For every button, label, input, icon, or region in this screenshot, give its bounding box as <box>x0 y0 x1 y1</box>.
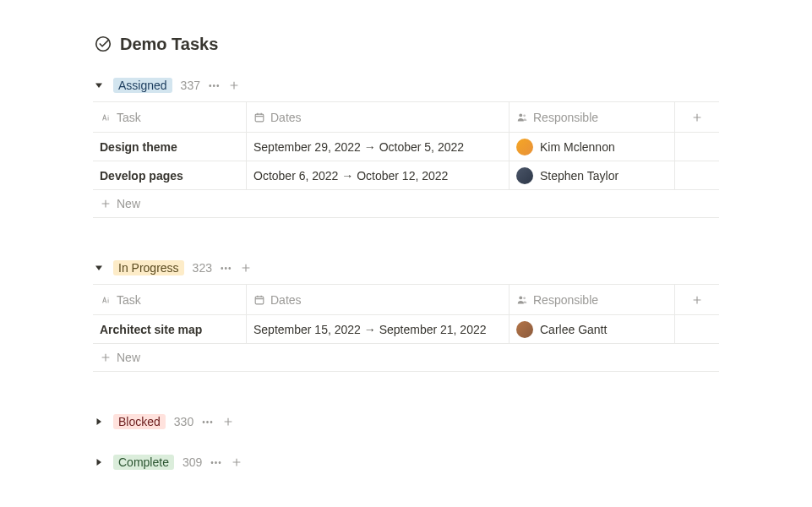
svg-point-5 <box>519 296 522 299</box>
group-header: Assigned337••• <box>93 78 719 93</box>
more-icon[interactable]: ••• <box>209 81 221 90</box>
group: In Progress323•••TaskDatesResponsibleArc… <box>93 260 719 372</box>
plus-icon <box>691 294 703 306</box>
group-count: 330 <box>174 415 193 428</box>
column-header-dates[interactable]: Dates <box>246 285 509 314</box>
more-icon[interactable]: ••• <box>221 264 232 273</box>
group-label[interactable]: In Progress <box>113 260 184 275</box>
responsible-name: Stephen Taylor <box>540 169 619 183</box>
responsible-name: Carlee Gantt <box>540 323 607 336</box>
table: TaskDatesResponsibleDesign themeSeptembe… <box>93 101 719 218</box>
cell-extra <box>674 315 719 343</box>
add-row-icon[interactable] <box>222 416 234 428</box>
column-header-responsible[interactable]: Responsible <box>509 102 674 132</box>
cell-extra <box>674 161 719 189</box>
svg-point-3 <box>523 114 526 117</box>
more-icon[interactable]: ••• <box>202 417 214 427</box>
more-icon[interactable]: ••• <box>210 458 222 467</box>
cell-dates[interactable]: September 15, 2022 → September 21, 2022 <box>246 315 509 343</box>
group-count: 337 <box>181 79 200 92</box>
group-header: Blocked330••• <box>93 414 234 429</box>
add-column-button[interactable] <box>674 285 719 314</box>
column-header-task[interactable]: Task <box>93 293 246 307</box>
new-row-button[interactable]: New <box>93 190 719 218</box>
avatar <box>516 321 533 338</box>
cell-task[interactable]: Develop pages <box>93 161 246 189</box>
new-row-label: New <box>117 351 140 364</box>
cell-responsible[interactable]: Kim Mclennon <box>509 133 674 161</box>
avatar <box>516 167 533 184</box>
svg-point-2 <box>519 113 522 117</box>
group-header: In Progress323••• <box>93 260 719 275</box>
group: Blocked330••• <box>93 414 719 429</box>
person-icon <box>516 294 528 306</box>
svg-point-6 <box>523 297 526 299</box>
group: Assigned337•••TaskDatesResponsibleDesign… <box>93 78 719 218</box>
group-label[interactable]: Blocked <box>113 414 166 429</box>
text-type-icon <box>100 294 112 306</box>
table-row[interactable]: Architect site mapSeptember 15, 2022 → S… <box>93 315 719 344</box>
table-header: TaskDatesResponsible <box>93 102 719 133</box>
table: TaskDatesResponsibleArchitect site mapSe… <box>93 284 719 372</box>
new-row-button[interactable]: New <box>93 344 719 372</box>
table-row[interactable]: Develop pagesOctober 6, 2022 → October 1… <box>93 161 719 190</box>
cell-dates[interactable]: October 6, 2022 → October 12, 2022 <box>246 161 509 189</box>
group-label[interactable]: Complete <box>113 455 174 470</box>
page-icon <box>93 34 113 54</box>
cell-responsible[interactable]: Stephen Taylor <box>509 161 674 189</box>
group-toggle[interactable] <box>93 262 105 274</box>
plus-icon <box>100 198 112 210</box>
group-count: 323 <box>193 261 212 275</box>
group-toggle[interactable] <box>93 79 105 91</box>
group-label[interactable]: Assigned <box>113 78 172 93</box>
responsible-name: Kim Mclennon <box>540 140 615 154</box>
table-header: TaskDatesResponsible <box>93 285 719 315</box>
column-header-task[interactable]: Task <box>93 111 246 124</box>
column-header-label: Task <box>117 111 141 124</box>
calendar-icon <box>253 294 265 306</box>
column-header-label: Responsible <box>533 293 598 307</box>
cell-dates[interactable]: September 29, 2022 → October 5, 2022 <box>246 133 509 161</box>
add-column-button[interactable] <box>674 102 719 132</box>
group-count: 309 <box>183 455 202 469</box>
add-row-icon[interactable] <box>231 456 243 468</box>
plus-icon <box>691 112 703 123</box>
svg-rect-1 <box>255 114 264 122</box>
avatar <box>516 139 533 155</box>
table-row[interactable]: Design themeSeptember 29, 2022 → October… <box>93 133 719 161</box>
person-icon <box>516 112 528 123</box>
text-type-icon <box>100 112 112 123</box>
group-toggle[interactable] <box>93 456 105 468</box>
cell-task[interactable]: Design theme <box>93 133 246 161</box>
new-row-label: New <box>117 197 140 210</box>
add-row-icon[interactable] <box>240 262 252 274</box>
column-header-label: Task <box>117 293 141 307</box>
cell-extra <box>674 133 719 161</box>
cell-responsible[interactable]: Carlee Gantt <box>509 315 674 343</box>
calendar-icon <box>253 112 265 123</box>
page-title: Demo Tasks <box>120 35 218 54</box>
add-row-icon[interactable] <box>228 79 240 91</box>
page-header: Demo Tasks <box>93 34 719 54</box>
cell-task[interactable]: Architect site map <box>93 315 246 343</box>
svg-rect-4 <box>255 297 264 304</box>
group-toggle[interactable] <box>93 416 105 428</box>
column-header-label: Responsible <box>533 111 598 124</box>
svg-point-0 <box>96 37 111 52</box>
plus-icon <box>100 352 112 363</box>
column-header-label: Dates <box>270 111 302 124</box>
column-header-responsible[interactable]: Responsible <box>509 285 674 314</box>
group-header: Complete309••• <box>93 455 243 470</box>
column-header-dates[interactable]: Dates <box>246 102 509 132</box>
group: Complete309••• <box>93 455 719 470</box>
column-header-label: Dates <box>270 293 302 307</box>
